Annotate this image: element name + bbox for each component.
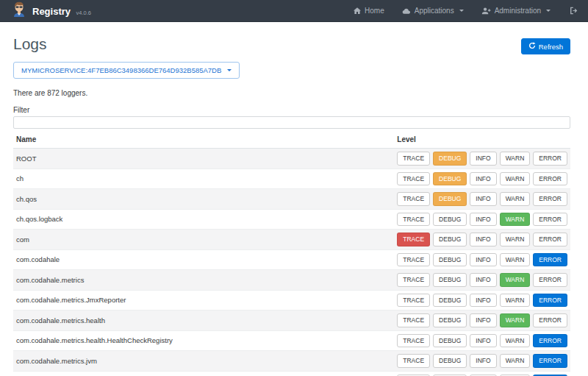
table-row: chTRACEDEBUGINFOWARNERROR (13, 169, 570, 189)
logger-level-cell: TRACEDEBUGINFOWARNERROR (394, 189, 570, 210)
level-button-warn[interactable]: WARN (500, 313, 531, 327)
level-button-info[interactable]: INFO (470, 273, 496, 287)
table-row: ROOTTRACEDEBUGINFOWARNERROR (13, 149, 570, 169)
nav-item-administration[interactable]: Administration (481, 7, 551, 15)
level-button-error[interactable]: ERROR (533, 313, 567, 327)
level-button-debug[interactable]: DEBUG (433, 334, 467, 348)
refresh-icon (528, 42, 536, 51)
filter-input[interactable] (13, 116, 570, 129)
sign-out-button[interactable] (570, 4, 578, 18)
home-icon (354, 7, 361, 14)
level-button-error[interactable]: ERROR (533, 354, 567, 368)
level-button-error[interactable]: ERROR (533, 213, 567, 227)
level-button-trace[interactable]: TRACE (397, 354, 430, 368)
level-button-info[interactable]: INFO (470, 334, 496, 348)
level-button-warn[interactable]: WARN (500, 354, 531, 368)
jhipster-avatar-icon (13, 1, 25, 20)
level-button-error[interactable]: ERROR (533, 253, 567, 267)
level-button-trace[interactable]: TRACE (397, 172, 430, 186)
level-button-info[interactable]: INFO (470, 172, 496, 186)
level-button-error[interactable]: ERROR (533, 192, 567, 206)
table-row: com.codahaleTRACEDEBUGINFOWARNERROR (13, 249, 570, 270)
level-button-info[interactable]: INFO (470, 233, 496, 246)
level-button-info[interactable]: INFO (470, 213, 496, 227)
level-button-info[interactable]: INFO (470, 253, 496, 267)
level-button-trace[interactable]: TRACE (397, 233, 430, 246)
level-button-info[interactable]: INFO (470, 354, 496, 368)
level-button-error[interactable]: ERROR (533, 233, 567, 246)
refresh-button[interactable]: Refresh (521, 38, 570, 54)
level-button-debug[interactable]: DEBUG (433, 192, 467, 206)
level-button-group: TRACEDEBUGINFOWARNERROR (397, 152, 567, 166)
level-button-info[interactable]: INFO (470, 192, 496, 206)
level-button-trace[interactable]: TRACE (397, 152, 430, 166)
level-button-group: TRACEDEBUGINFOWARNERROR (397, 213, 567, 227)
level-button-info[interactable]: INFO (470, 313, 496, 327)
table-row: com.codahale.metrics.health.HealthCheckR… (13, 330, 570, 351)
level-button-trace[interactable]: TRACE (397, 213, 430, 227)
sign-out-icon (570, 4, 578, 18)
table-row: com.codahale.metricsTRACEDEBUGINFOWARNER… (13, 270, 570, 291)
level-button-warn[interactable]: WARN (500, 233, 531, 246)
level-button-debug[interactable]: DEBUG (433, 253, 467, 267)
nav-item-home[interactable]: Home (354, 7, 384, 15)
level-button-warn[interactable]: WARN (500, 273, 531, 287)
caret-down-icon (227, 69, 232, 71)
level-button-info[interactable]: INFO (470, 294, 496, 308)
nav-item-label: Applications (415, 7, 454, 15)
level-button-trace[interactable]: TRACE (397, 273, 430, 287)
level-button-error[interactable]: ERROR (533, 273, 567, 287)
level-button-warn[interactable]: WARN (500, 192, 531, 206)
logger-level-cell: TRACEDEBUGINFOWARNERROR (394, 330, 570, 351)
level-button-group: TRACEDEBUGINFOWARNERROR (397, 233, 567, 246)
level-button-debug[interactable]: DEBUG (433, 172, 467, 186)
logger-name: ch (13, 169, 394, 189)
level-button-error[interactable]: ERROR (533, 152, 567, 166)
level-button-debug[interactable]: DEBUG (433, 354, 467, 368)
level-button-debug[interactable]: DEBUG (433, 233, 467, 246)
level-button-group: TRACEDEBUGINFOWARNERROR (397, 334, 567, 348)
nav-item-applications[interactable]: Applications (402, 7, 464, 15)
level-button-trace[interactable]: TRACE (397, 253, 430, 267)
logger-level-cell: TRACEDEBUGINFOWARNERROR (394, 371, 570, 376)
table-header-level: Level (394, 130, 570, 149)
page-content: Logs Refresh MYMICROSERVICE:4F7EB86C3498… (13, 36, 570, 376)
brand-link[interactable]: Registry v4.0.6 (13, 1, 91, 20)
level-button-error[interactable]: ERROR (533, 172, 567, 186)
level-button-warn[interactable]: WARN (500, 294, 531, 308)
logger-name: ch.qos.logback (13, 209, 394, 230)
logger-name: com (13, 230, 394, 250)
logger-name: com.codahale.metrics.jvm.BufferPoolMetri… (13, 371, 394, 376)
logger-name: com.codahale.metrics.jvm (13, 351, 394, 372)
table-header-row: Name Level (13, 130, 570, 149)
logger-level-cell: TRACEDEBUGINFOWARNERROR (394, 249, 570, 270)
level-button-trace[interactable]: TRACE (397, 294, 430, 308)
level-button-info[interactable]: INFO (470, 152, 496, 166)
level-button-error[interactable]: ERROR (533, 294, 567, 308)
user-plus-icon (481, 7, 491, 15)
level-button-error[interactable]: ERROR (533, 334, 567, 348)
logger-name: com.codahale.metrics (13, 270, 394, 291)
level-button-group: TRACEDEBUGINFOWARNERROR (397, 253, 567, 267)
level-button-debug[interactable]: DEBUG (433, 152, 467, 166)
table-row: com.codahale.metrics.jvmTRACEDEBUGINFOWA… (13, 351, 570, 372)
title-row: Logs Refresh (13, 36, 570, 54)
level-button-warn[interactable]: WARN (500, 253, 531, 267)
level-button-warn[interactable]: WARN (500, 213, 531, 227)
loggers-table: Name Level ROOTTRACEDEBUGINFOWARNERRORch… (13, 130, 570, 376)
level-button-debug[interactable]: DEBUG (433, 294, 467, 308)
page-title: Logs (13, 36, 47, 52)
level-button-trace[interactable]: TRACE (397, 192, 430, 206)
level-button-debug[interactable]: DEBUG (433, 273, 467, 287)
level-button-trace[interactable]: TRACE (397, 334, 430, 348)
level-button-warn[interactable]: WARN (500, 172, 531, 186)
level-button-warn[interactable]: WARN (500, 334, 531, 348)
level-button-debug[interactable]: DEBUG (433, 213, 467, 227)
level-button-group: TRACEDEBUGINFOWARNERROR (397, 192, 567, 206)
cloud-icon (402, 8, 411, 14)
nav-item-label: Administration (495, 7, 541, 15)
level-button-trace[interactable]: TRACE (397, 313, 430, 327)
instance-selector-dropdown[interactable]: MYMICROSERVICE:4F7EB86C3498366DE764D932B… (13, 62, 240, 79)
level-button-warn[interactable]: WARN (500, 152, 531, 166)
level-button-debug[interactable]: DEBUG (433, 313, 467, 327)
